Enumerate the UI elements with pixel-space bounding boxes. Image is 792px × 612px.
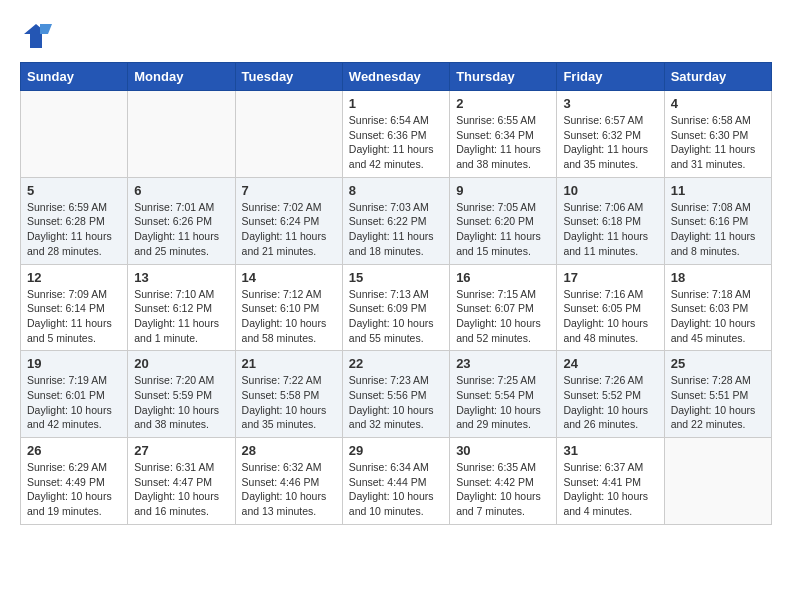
calendar-cell: 9Sunrise: 7:05 AM Sunset: 6:20 PM Daylig… xyxy=(450,177,557,264)
calendar-cell: 6Sunrise: 7:01 AM Sunset: 6:26 PM Daylig… xyxy=(128,177,235,264)
calendar-cell xyxy=(235,91,342,178)
calendar-cell: 24Sunrise: 7:26 AM Sunset: 5:52 PM Dayli… xyxy=(557,351,664,438)
weekday-header-monday: Monday xyxy=(128,63,235,91)
day-info: Sunrise: 7:26 AM Sunset: 5:52 PM Dayligh… xyxy=(563,373,657,432)
day-info: Sunrise: 7:12 AM Sunset: 6:10 PM Dayligh… xyxy=(242,287,336,346)
day-info: Sunrise: 6:58 AM Sunset: 6:30 PM Dayligh… xyxy=(671,113,765,172)
day-number: 23 xyxy=(456,356,550,371)
day-info: Sunrise: 7:06 AM Sunset: 6:18 PM Dayligh… xyxy=(563,200,657,259)
weekday-header-friday: Friday xyxy=(557,63,664,91)
day-number: 15 xyxy=(349,270,443,285)
day-number: 25 xyxy=(671,356,765,371)
day-number: 10 xyxy=(563,183,657,198)
calendar-cell: 30Sunrise: 6:35 AM Sunset: 4:42 PM Dayli… xyxy=(450,438,557,525)
day-number: 12 xyxy=(27,270,121,285)
day-info: Sunrise: 7:09 AM Sunset: 6:14 PM Dayligh… xyxy=(27,287,121,346)
day-number: 8 xyxy=(349,183,443,198)
calendar-cell: 4Sunrise: 6:58 AM Sunset: 6:30 PM Daylig… xyxy=(664,91,771,178)
day-info: Sunrise: 7:01 AM Sunset: 6:26 PM Dayligh… xyxy=(134,200,228,259)
day-number: 21 xyxy=(242,356,336,371)
svg-marker-1 xyxy=(40,24,52,34)
weekday-header-saturday: Saturday xyxy=(664,63,771,91)
calendar-cell: 16Sunrise: 7:15 AM Sunset: 6:07 PM Dayli… xyxy=(450,264,557,351)
day-number: 3 xyxy=(563,96,657,111)
day-info: Sunrise: 6:37 AM Sunset: 4:41 PM Dayligh… xyxy=(563,460,657,519)
logo xyxy=(20,20,56,52)
calendar-cell: 29Sunrise: 6:34 AM Sunset: 4:44 PM Dayli… xyxy=(342,438,449,525)
day-info: Sunrise: 7:19 AM Sunset: 6:01 PM Dayligh… xyxy=(27,373,121,432)
calendar-week-3: 12Sunrise: 7:09 AM Sunset: 6:14 PM Dayli… xyxy=(21,264,772,351)
day-info: Sunrise: 7:16 AM Sunset: 6:05 PM Dayligh… xyxy=(563,287,657,346)
day-number: 4 xyxy=(671,96,765,111)
day-info: Sunrise: 7:02 AM Sunset: 6:24 PM Dayligh… xyxy=(242,200,336,259)
day-info: Sunrise: 7:22 AM Sunset: 5:58 PM Dayligh… xyxy=(242,373,336,432)
day-number: 5 xyxy=(27,183,121,198)
day-number: 16 xyxy=(456,270,550,285)
calendar-cell: 21Sunrise: 7:22 AM Sunset: 5:58 PM Dayli… xyxy=(235,351,342,438)
calendar-cell: 5Sunrise: 6:59 AM Sunset: 6:28 PM Daylig… xyxy=(21,177,128,264)
day-info: Sunrise: 6:57 AM Sunset: 6:32 PM Dayligh… xyxy=(563,113,657,172)
calendar-cell: 12Sunrise: 7:09 AM Sunset: 6:14 PM Dayli… xyxy=(21,264,128,351)
calendar-cell: 2Sunrise: 6:55 AM Sunset: 6:34 PM Daylig… xyxy=(450,91,557,178)
calendar-cell xyxy=(21,91,128,178)
day-number: 30 xyxy=(456,443,550,458)
calendar-cell: 26Sunrise: 6:29 AM Sunset: 4:49 PM Dayli… xyxy=(21,438,128,525)
day-number: 1 xyxy=(349,96,443,111)
calendar-week-4: 19Sunrise: 7:19 AM Sunset: 6:01 PM Dayli… xyxy=(21,351,772,438)
day-info: Sunrise: 7:20 AM Sunset: 5:59 PM Dayligh… xyxy=(134,373,228,432)
calendar-cell: 17Sunrise: 7:16 AM Sunset: 6:05 PM Dayli… xyxy=(557,264,664,351)
calendar-cell: 19Sunrise: 7:19 AM Sunset: 6:01 PM Dayli… xyxy=(21,351,128,438)
logo-icon xyxy=(20,20,52,52)
day-number: 14 xyxy=(242,270,336,285)
day-info: Sunrise: 7:23 AM Sunset: 5:56 PM Dayligh… xyxy=(349,373,443,432)
day-number: 26 xyxy=(27,443,121,458)
calendar-cell: 22Sunrise: 7:23 AM Sunset: 5:56 PM Dayli… xyxy=(342,351,449,438)
calendar-cell: 10Sunrise: 7:06 AM Sunset: 6:18 PM Dayli… xyxy=(557,177,664,264)
day-info: Sunrise: 7:10 AM Sunset: 6:12 PM Dayligh… xyxy=(134,287,228,346)
day-info: Sunrise: 6:31 AM Sunset: 4:47 PM Dayligh… xyxy=(134,460,228,519)
day-info: Sunrise: 7:18 AM Sunset: 6:03 PM Dayligh… xyxy=(671,287,765,346)
day-info: Sunrise: 6:59 AM Sunset: 6:28 PM Dayligh… xyxy=(27,200,121,259)
weekday-header-tuesday: Tuesday xyxy=(235,63,342,91)
calendar-cell: 25Sunrise: 7:28 AM Sunset: 5:51 PM Dayli… xyxy=(664,351,771,438)
calendar-cell: 13Sunrise: 7:10 AM Sunset: 6:12 PM Dayli… xyxy=(128,264,235,351)
day-info: Sunrise: 7:13 AM Sunset: 6:09 PM Dayligh… xyxy=(349,287,443,346)
day-number: 22 xyxy=(349,356,443,371)
calendar-cell: 20Sunrise: 7:20 AM Sunset: 5:59 PM Dayli… xyxy=(128,351,235,438)
weekday-header-thursday: Thursday xyxy=(450,63,557,91)
weekday-header-wednesday: Wednesday xyxy=(342,63,449,91)
calendar-cell: 31Sunrise: 6:37 AM Sunset: 4:41 PM Dayli… xyxy=(557,438,664,525)
calendar-cell: 11Sunrise: 7:08 AM Sunset: 6:16 PM Dayli… xyxy=(664,177,771,264)
day-number: 7 xyxy=(242,183,336,198)
day-number: 2 xyxy=(456,96,550,111)
calendar-cell xyxy=(128,91,235,178)
calendar-cell xyxy=(664,438,771,525)
day-info: Sunrise: 7:03 AM Sunset: 6:22 PM Dayligh… xyxy=(349,200,443,259)
day-number: 6 xyxy=(134,183,228,198)
day-info: Sunrise: 7:15 AM Sunset: 6:07 PM Dayligh… xyxy=(456,287,550,346)
day-number: 19 xyxy=(27,356,121,371)
calendar-week-1: 1Sunrise: 6:54 AM Sunset: 6:36 PM Daylig… xyxy=(21,91,772,178)
day-number: 28 xyxy=(242,443,336,458)
calendar-cell: 3Sunrise: 6:57 AM Sunset: 6:32 PM Daylig… xyxy=(557,91,664,178)
calendar-week-5: 26Sunrise: 6:29 AM Sunset: 4:49 PM Dayli… xyxy=(21,438,772,525)
day-number: 13 xyxy=(134,270,228,285)
day-info: Sunrise: 6:32 AM Sunset: 4:46 PM Dayligh… xyxy=(242,460,336,519)
day-info: Sunrise: 7:05 AM Sunset: 6:20 PM Dayligh… xyxy=(456,200,550,259)
day-info: Sunrise: 6:35 AM Sunset: 4:42 PM Dayligh… xyxy=(456,460,550,519)
day-number: 20 xyxy=(134,356,228,371)
calendar-table: SundayMondayTuesdayWednesdayThursdayFrid… xyxy=(20,62,772,525)
calendar-cell: 27Sunrise: 6:31 AM Sunset: 4:47 PM Dayli… xyxy=(128,438,235,525)
day-number: 11 xyxy=(671,183,765,198)
day-info: Sunrise: 7:08 AM Sunset: 6:16 PM Dayligh… xyxy=(671,200,765,259)
calendar-cell: 28Sunrise: 6:32 AM Sunset: 4:46 PM Dayli… xyxy=(235,438,342,525)
day-info: Sunrise: 6:34 AM Sunset: 4:44 PM Dayligh… xyxy=(349,460,443,519)
weekday-header-sunday: Sunday xyxy=(21,63,128,91)
calendar-cell: 8Sunrise: 7:03 AM Sunset: 6:22 PM Daylig… xyxy=(342,177,449,264)
calendar-header-row: SundayMondayTuesdayWednesdayThursdayFrid… xyxy=(21,63,772,91)
day-info: Sunrise: 7:25 AM Sunset: 5:54 PM Dayligh… xyxy=(456,373,550,432)
calendar-cell: 14Sunrise: 7:12 AM Sunset: 6:10 PM Dayli… xyxy=(235,264,342,351)
calendar-cell: 7Sunrise: 7:02 AM Sunset: 6:24 PM Daylig… xyxy=(235,177,342,264)
calendar-cell: 1Sunrise: 6:54 AM Sunset: 6:36 PM Daylig… xyxy=(342,91,449,178)
day-info: Sunrise: 6:55 AM Sunset: 6:34 PM Dayligh… xyxy=(456,113,550,172)
